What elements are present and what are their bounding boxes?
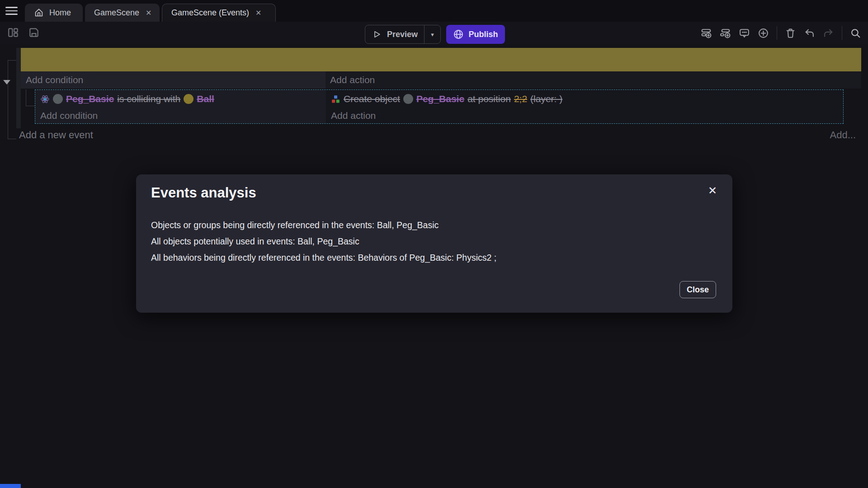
comment-event[interactable] [21,48,861,71]
dialog-body: Objects or groups being directly referen… [151,217,496,266]
tab-gamescene-events-label: GameScene (Events) [171,8,249,18]
subevent-tree-line [26,89,26,106]
panel-layout-icon[interactable] [7,27,19,38]
actions-column: Create object Peg_Basic at position 2;2 … [326,90,843,123]
toolbar-divider [777,26,777,40]
tab-gamescene-label: GameScene [94,8,139,18]
action-text: at position [467,94,511,104]
event-tree-line [8,60,16,61]
events-toolbar-icons [701,27,861,39]
conditions-column: Peg_Basic is colliding with Ball Add con… [35,90,326,123]
save-icon[interactable] [28,27,40,38]
collapse-event-icon[interactable] [3,80,10,84]
add-action-button[interactable]: Add action [326,108,843,123]
peg-basic-object-icon [53,94,63,104]
events-analysis-dialog: Events analysis ✕ Objects or groups bein… [136,174,732,313]
selected-subevent[interactable]: Peg_Basic is colliding with Ball Add con… [35,89,844,124]
tab-gamescene[interactable]: GameScene ✕ [85,4,160,22]
tab-close-icon[interactable]: ✕ [145,9,152,17]
physics-behavior-icon [40,94,50,104]
ball-object-icon [184,94,193,104]
trash-icon[interactable] [785,28,796,39]
add-action-button[interactable]: Add action [326,71,861,89]
tab-home-label: Home [49,8,71,18]
home-icon [34,8,44,18]
preview-button[interactable]: Preview ▾ [365,25,441,44]
event-row: Add condition Add action [21,71,861,89]
dialog-line-objects-referenced: Objects or groups being directly referen… [151,217,496,233]
action-verb: Create object [344,94,400,104]
tab-home[interactable]: Home [25,4,83,22]
dialog-line-behaviors: All behaviors being directly referenced … [151,249,496,266]
add-new-event-button[interactable]: Add a new event [19,129,93,141]
globe-icon [453,29,464,40]
publish-label: Publish [468,30,498,39]
condition-text: is colliding with [117,94,180,104]
tab-gamescene-events[interactable]: GameScene (Events) ✕ [162,4,276,22]
add-new-event-row: Add a new event Add... [0,129,861,143]
create-object-icon [331,94,340,104]
peg-basic-object-icon [403,94,413,104]
dialog-line-objects-used: All objects potentially used in events: … [151,233,496,249]
dialog-close-icon[interactable]: ✕ [708,185,717,196]
preview-label: Preview [387,30,418,39]
undo-icon[interactable] [804,28,815,39]
app-window: Home GameScene ✕ GameScene (Events) ✕ [0,0,868,488]
redo-icon[interactable] [823,28,834,39]
play-icon [373,30,382,39]
tab-strip: Home GameScene ✕ GameScene (Events) ✕ [0,0,868,22]
condition-row[interactable]: Peg_Basic is colliding with Ball [35,90,326,108]
add-circle-icon[interactable] [758,28,769,39]
add-comment-icon[interactable] [739,28,750,39]
tab-close-icon[interactable]: ✕ [255,9,262,17]
toolbar: Preview ▾ Publish [0,22,868,44]
event-tree-line [8,60,8,139]
event-indent-strip [16,48,21,128]
toolbar-divider [842,26,842,40]
add-more-button[interactable]: Add... [830,129,856,141]
action-layer-text: (layer: ) [530,94,562,104]
bottom-left-indicator [0,484,21,488]
action-row[interactable]: Create object Peg_Basic at position 2;2 … [326,90,843,108]
add-subevent-icon[interactable] [720,28,731,39]
action-value: 2;2 [514,94,527,104]
subevent-tree-line [26,106,35,106]
condition-object1: Peg_Basic [66,94,114,104]
add-condition-button[interactable]: Add condition [35,108,326,123]
add-event-icon[interactable] [701,28,712,39]
preview-dropdown-arrow[interactable]: ▾ [424,25,440,43]
dialog-title: Events analysis [151,185,256,201]
publish-button[interactable]: Publish [446,25,505,44]
action-object: Peg_Basic [416,94,464,104]
add-condition-button[interactable]: Add condition [21,71,326,89]
main-menu-icon[interactable] [5,6,19,16]
search-icon[interactable] [850,28,861,39]
dialog-close-button[interactable]: Close [679,281,716,298]
condition-object2: Ball [197,94,214,104]
